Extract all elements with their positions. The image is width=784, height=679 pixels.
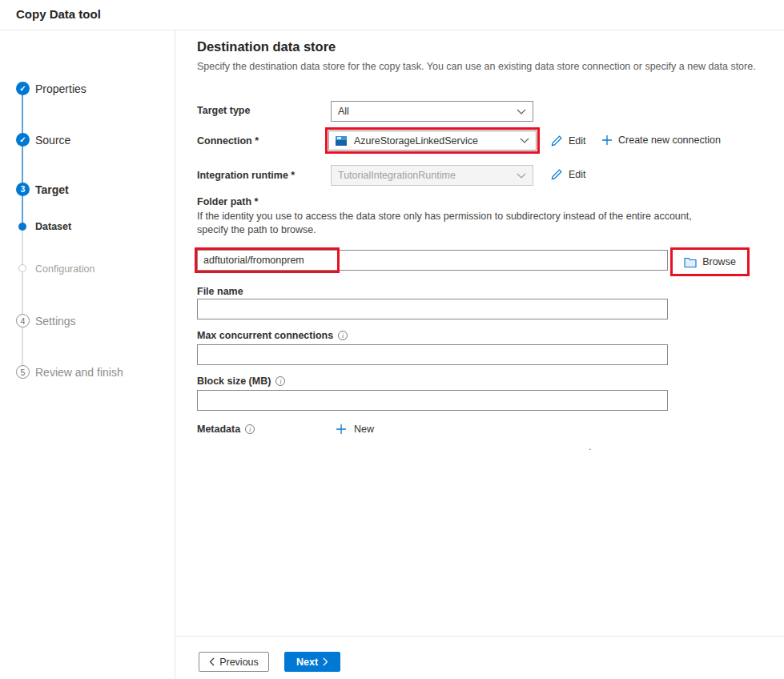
sidebar-item-settings[interactable]: Settings bbox=[35, 315, 76, 327]
chevron-down-icon bbox=[517, 173, 526, 179]
step-number-settings: 4 bbox=[16, 314, 30, 327]
target-type-dropdown[interactable]: All bbox=[331, 101, 533, 122]
metadata-text: Metadata bbox=[197, 424, 240, 435]
sidebar-item-review-and-finish[interactable]: Review and finish bbox=[35, 366, 123, 379]
info-icon[interactable]: i bbox=[275, 376, 285, 386]
edit-label: Edit bbox=[569, 169, 586, 180]
info-icon[interactable]: i bbox=[338, 331, 348, 340]
header-bar: Copy Data tool bbox=[0, 0, 784, 30]
previous-label: Previous bbox=[219, 657, 259, 668]
info-glyph: i bbox=[279, 377, 281, 385]
connection-highlight-box: AzureStorageLinkedService bbox=[325, 127, 540, 154]
block-size-input[interactable] bbox=[197, 390, 668, 411]
create-new-connection-link[interactable]: Create new connection bbox=[601, 135, 721, 146]
folder-path-label: Folder path * bbox=[197, 196, 258, 207]
next-label: Next bbox=[296, 657, 318, 668]
folder-icon bbox=[684, 257, 697, 267]
connection-value: AzureStorageLinkedService bbox=[354, 135, 520, 147]
browse-label: Browse bbox=[702, 256, 736, 267]
max-concurrent-connections-text: Max concurrent connections bbox=[197, 330, 333, 341]
step-number-review: 5 bbox=[16, 365, 30, 379]
sidebar-item-dataset[interactable]: Dataset bbox=[35, 221, 71, 232]
connection-label: Connection * bbox=[197, 135, 259, 147]
integration-runtime-label: Integration runtime * bbox=[197, 170, 295, 181]
footer-divider bbox=[176, 636, 784, 637]
azure-storage-icon bbox=[336, 136, 347, 146]
metadata-new-button[interactable]: New bbox=[336, 424, 374, 435]
connection-dropdown[interactable]: AzureStorageLinkedService bbox=[328, 131, 537, 151]
step-number: 4 bbox=[21, 316, 26, 326]
wizard-stepper: ✓ Properties ✓ Source 3 Target Dataset C… bbox=[0, 30, 175, 679]
step-number: 3 bbox=[21, 185, 26, 194]
info-glyph: i bbox=[342, 331, 344, 340]
target-type-label: Target type bbox=[197, 105, 250, 116]
step-check-icon-source: ✓ bbox=[16, 133, 30, 147]
edit-label: Edit bbox=[569, 135, 586, 147]
metadata-new-label: New bbox=[354, 424, 374, 435]
sidebar-item-target[interactable]: Target bbox=[35, 183, 69, 196]
metadata-label: Metadata i bbox=[197, 424, 255, 435]
section-title: Destination data store bbox=[197, 39, 336, 54]
max-concurrent-connections-label: Max concurrent connections i bbox=[197, 330, 348, 341]
previous-button[interactable]: Previous bbox=[199, 652, 269, 672]
sidebar-item-properties[interactable]: Properties bbox=[35, 82, 86, 95]
integration-runtime-dropdown: TutorialIntegrationRuntime bbox=[331, 165, 533, 186]
copy-data-tool-window: Copy Data tool ✓ Properties ✓ Source 3 T… bbox=[0, 0, 784, 679]
step-check-icon-properties: ✓ bbox=[16, 82, 30, 95]
chevron-down-icon bbox=[517, 109, 526, 115]
sidebar-item-source[interactable]: Source bbox=[35, 134, 70, 147]
sidebar-item-configuration[interactable]: Configuration bbox=[35, 263, 94, 275]
chevron-right-icon bbox=[323, 657, 328, 666]
next-button[interactable]: Next bbox=[284, 652, 340, 672]
integration-runtime-value: TutorialIntegrationRuntime bbox=[338, 170, 517, 181]
block-size-label: Block size (MB) i bbox=[197, 376, 285, 387]
target-type-value: All bbox=[338, 106, 517, 117]
check-icon: ✓ bbox=[19, 84, 26, 93]
file-name-label: File name bbox=[197, 286, 243, 297]
info-icon[interactable]: i bbox=[245, 424, 255, 434]
step-number: 5 bbox=[21, 368, 26, 377]
integration-runtime-edit-link[interactable]: Edit bbox=[550, 168, 586, 181]
plus-icon bbox=[601, 135, 613, 146]
plus-icon bbox=[336, 424, 347, 435]
folder-path-input[interactable] bbox=[197, 250, 668, 271]
stray-dot: . bbox=[589, 441, 591, 452]
stepper-connector-pending bbox=[22, 226, 23, 372]
step-number-target: 3 bbox=[16, 183, 30, 196]
stepper-connector-completed bbox=[22, 88, 23, 226]
chevron-left-icon bbox=[209, 657, 215, 666]
substep-dot-dataset bbox=[18, 223, 26, 231]
max-concurrent-connections-input[interactable] bbox=[197, 344, 668, 365]
section-description: Specify the destination data store for t… bbox=[197, 61, 756, 72]
file-name-input[interactable] bbox=[197, 299, 668, 319]
block-size-text: Block size (MB) bbox=[197, 376, 271, 387]
pencil-icon bbox=[550, 135, 563, 147]
substep-dot-configuration bbox=[18, 264, 26, 272]
folder-path-help-text: If the identity you use to access the da… bbox=[197, 210, 692, 236]
chevron-down-icon bbox=[520, 138, 529, 143]
page-title: Copy Data tool bbox=[16, 7, 101, 21]
pencil-icon bbox=[550, 168, 563, 181]
check-icon: ✓ bbox=[19, 135, 26, 144]
info-glyph: i bbox=[249, 425, 251, 433]
create-new-connection-label: Create new connection bbox=[618, 135, 721, 146]
browse-button[interactable]: Browse bbox=[670, 247, 750, 276]
connection-edit-link[interactable]: Edit bbox=[550, 135, 586, 147]
